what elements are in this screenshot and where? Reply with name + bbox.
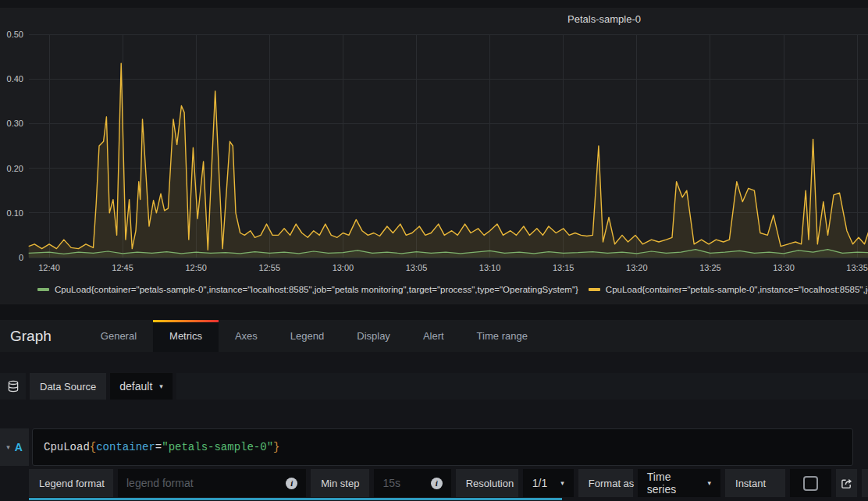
legend-format-label: Legend format (29, 469, 113, 497)
panel-editor-divider (0, 304, 868, 320)
database-icon (7, 380, 20, 393)
graph-panel: Petals-sample-0 00.100.200.300.400.5012:… (0, 8, 868, 304)
clipped-toolbar-box (862, 469, 868, 497)
instant-checkbox[interactable] (803, 476, 818, 491)
query-token: container (96, 441, 155, 453)
legend-item[interactable]: CpuLoad{container="petals-sample-0",inst… (37, 285, 578, 294)
metrics-tab-content: Data Source default ▾ ▾ A CpuLoad{contai… (0, 352, 868, 501)
datasource-row-filler (176, 373, 868, 400)
x-axis-tick-label: 12:55 (259, 263, 281, 272)
chevron-down-icon: ▾ (708, 480, 712, 487)
chart-legend: CpuLoad{container="petals-sample-0",inst… (37, 282, 868, 297)
legend-label: CpuLoad{container="petals-sample-0",inst… (606, 285, 868, 294)
query-token: = (155, 441, 162, 453)
query-token: { (90, 441, 96, 453)
min-step-input[interactable]: 15s i (374, 469, 450, 497)
y-axis-tick-label: 0.30 (7, 119, 23, 128)
tab-alert[interactable]: Alert (407, 320, 461, 352)
min-step-label: Min step (311, 469, 369, 497)
instant-checkbox-box (790, 469, 831, 497)
legend-swatch (589, 288, 600, 291)
time-series-chart[interactable]: 00.100.200.300.400.5012:4012:4512:5012:5… (0, 19, 868, 284)
resolution-value: 1/1 (532, 477, 547, 489)
x-axis-tick-label: 13:00 (333, 263, 354, 272)
datasource-label: Data Source (30, 373, 106, 400)
editor-tabs: GeneralMetricsAxesLegendDisplayAlertTime… (84, 320, 544, 352)
x-axis-tick-label: 13:05 (406, 263, 428, 272)
query-options-row: Legend format legend format i Min step 1… (29, 469, 868, 497)
y-axis-tick-label: 0.20 (7, 164, 23, 173)
format-as-value: Time series (647, 471, 701, 496)
query-ref-box[interactable]: ▾ A (0, 428, 29, 466)
tab-display[interactable]: Display (340, 320, 407, 352)
x-axis-tick-label: 13:10 (479, 263, 501, 272)
format-as-label: Format as (578, 469, 633, 497)
datasource-select[interactable]: default ▾ (110, 373, 173, 400)
x-axis-tick-label: 13:35 (846, 263, 868, 272)
chevron-down-icon: ▾ (159, 383, 163, 390)
legend-item[interactable]: CpuLoad{container="petals-sample-0",inst… (589, 285, 868, 294)
query-ref-letter[interactable]: A (15, 441, 23, 453)
x-axis-tick-label: 12:50 (185, 263, 207, 272)
y-axis-tick-label: 0.50 (7, 30, 23, 39)
x-axis-tick-label: 13:15 (553, 263, 575, 272)
tab-metrics[interactable]: Metrics (153, 320, 219, 352)
datasource-icon-box (0, 373, 26, 400)
x-axis-tick-label: 12:45 (112, 263, 133, 272)
focused-element-top-edge (29, 498, 562, 500)
x-axis-tick-label: 12:40 (38, 263, 60, 272)
resolution-select[interactable]: 1/1 ▾ (523, 469, 574, 497)
datasource-row: Data Source default ▾ (0, 373, 868, 400)
legend-label: CpuLoad{container="petals-sample-0",inst… (55, 285, 578, 294)
share-icon (841, 478, 852, 489)
tab-legend[interactable]: Legend (274, 320, 340, 352)
datasource-value: default (119, 380, 152, 393)
cpuload-yellow-area (29, 63, 868, 258)
x-axis-tick-label: 13:25 (699, 263, 721, 272)
legend-format-placeholder: legend format (126, 477, 194, 489)
instant-label: Instant (725, 469, 785, 497)
legend-swatch (37, 288, 49, 291)
share-button[interactable] (836, 469, 857, 497)
x-axis-tick-label: 13:20 (626, 263, 648, 272)
tab-time-range[interactable]: Time range (461, 320, 544, 352)
tab-axes[interactable]: Axes (219, 320, 274, 352)
y-axis-tick-label: 0.40 (7, 74, 23, 84)
editor-tabbar: Graph GeneralMetricsAxesLegendDisplayAle… (0, 320, 868, 352)
query-token: } (273, 441, 279, 453)
tab-general[interactable]: General (84, 320, 153, 352)
resolution-label: Resolution (456, 469, 518, 497)
query-token: "petals-sample-0" (162, 441, 273, 453)
format-as-select[interactable]: Time series ▾ (638, 469, 720, 497)
y-axis-tick-label: 0.10 (7, 208, 23, 218)
x-axis-tick-label: 13:30 (773, 263, 795, 272)
editor-heading: Graph (10, 328, 52, 345)
collapse-caret-icon[interactable]: ▾ (6, 443, 10, 451)
chevron-down-icon: ▾ (560, 480, 564, 487)
query-expression-input[interactable]: CpuLoad{container="petals-sample-0"} (32, 428, 853, 466)
query-token: CpuLoad (44, 441, 90, 453)
y-axis-tick-label: 0 (19, 253, 23, 262)
info-icon[interactable]: i (286, 478, 297, 489)
min-step-placeholder: 15s (382, 477, 400, 489)
legend-format-input[interactable]: legend format i (118, 469, 306, 497)
query-row: ▾ A CpuLoad{container="petals-sample-0"} (0, 428, 868, 466)
info-icon[interactable]: i (431, 478, 443, 489)
